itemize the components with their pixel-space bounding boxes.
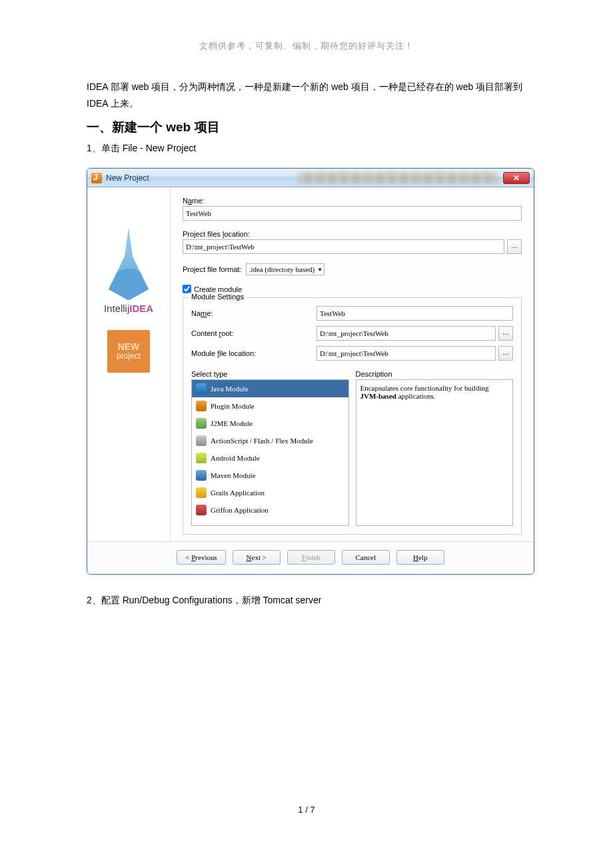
logo-text-prefix: Intellij	[104, 303, 129, 314]
project-files-location-input[interactable]	[183, 239, 504, 254]
intro-paragraph: IDEA 部署 web 项目，分为两种情况，一种是新建一个新的 web 项目，一…	[87, 79, 526, 112]
module-type-grails[interactable]: Grails Application	[192, 484, 348, 501]
module-type-plugin[interactable]: Plugin Module	[192, 397, 348, 415]
flex-module-icon	[196, 435, 207, 446]
module-settings-fieldset: Module Settings Name: Content root: …	[183, 297, 522, 535]
maven-module-icon	[196, 470, 207, 481]
heading-1: 一、新建一个 web 项目	[87, 119, 526, 136]
description-bold: JVM-based	[360, 392, 396, 400]
module-type-label: ActionScript / Flash / Flex Module	[211, 437, 313, 445]
griffon-module-icon	[196, 505, 207, 515]
description-header: Description	[356, 370, 514, 378]
module-settings-legend: Module Settings	[189, 293, 247, 301]
browse-location-button[interactable]: …	[507, 239, 522, 254]
titlebar-blur-decoration	[298, 172, 498, 184]
module-type-label: Java Module	[211, 385, 249, 393]
new-project-dialog: New Project ✕ IntellijIDEA NEW project	[87, 168, 534, 575]
chevron-down-icon: ▼	[317, 267, 322, 273]
module-file-location-input[interactable]	[316, 346, 496, 361]
new-project-badge: NEW project	[107, 330, 150, 373]
intellij-logo: IntellijIDEA	[95, 194, 162, 314]
module-name-label: Name:	[191, 309, 311, 317]
browse-module-file-button[interactable]: …	[498, 346, 513, 361]
dialog-title: New Project	[106, 173, 285, 183]
description-prefix: Encapsulates core functionality for buil…	[360, 384, 489, 392]
module-type-flex[interactable]: ActionScript / Flash / Flex Module	[192, 432, 348, 449]
project-file-format-label: Project file format:	[183, 265, 242, 273]
next-button[interactable]: Next >	[233, 550, 281, 565]
app-icon	[91, 173, 102, 183]
help-button[interactable]: Help	[396, 550, 444, 565]
module-type-label: J2ME Module	[211, 419, 253, 427]
module-type-label: Grails Application	[211, 489, 265, 497]
dialog-button-bar: < Previous Next > Finish Cancel Help	[87, 541, 534, 574]
browse-content-root-button[interactable]: …	[498, 326, 513, 341]
dialog-sidebar: IntellijIDEA NEW project	[87, 187, 171, 541]
grails-module-icon	[196, 487, 207, 498]
close-button[interactable]: ✕	[503, 172, 530, 184]
description-suffix: applications.	[396, 392, 436, 400]
dialog-titlebar: New Project ✕	[87, 169, 534, 187]
module-name-input[interactable]	[316, 306, 513, 321]
java-module-icon	[196, 383, 207, 394]
module-type-label: Griffon Application	[211, 506, 269, 514]
project-name-input[interactable]	[183, 206, 522, 221]
step-2-text: 2、配置 Run/Debug Configurations，新增 Tomcat …	[87, 595, 526, 607]
logo-text-bold: IDEA	[129, 303, 153, 314]
droplet-icon	[109, 227, 149, 300]
step-1-text: 1、单击 File - New Project	[87, 143, 526, 155]
module-type-label: Android Module	[211, 454, 260, 462]
project-file-format-combo[interactable]: .idea (directory based) ▼	[246, 263, 325, 275]
badge-line2: project	[117, 352, 141, 361]
badge-line1: NEW	[118, 342, 140, 352]
previous-button[interactable]: < Previous	[177, 550, 225, 565]
page-number: 1 / 7	[0, 805, 613, 815]
module-type-label: Maven Module	[211, 471, 256, 479]
finish-button: Finish	[287, 550, 335, 565]
select-type-header: Select type	[191, 370, 349, 378]
module-file-location-label: Module file location:	[191, 349, 311, 357]
content-root-input[interactable]	[316, 326, 496, 341]
name-label: Name:	[183, 197, 522, 205]
j2me-module-icon	[196, 418, 207, 429]
android-module-icon	[196, 453, 207, 463]
content-root-label: Content root:	[191, 329, 311, 337]
module-type-list[interactable]: Java ModulePlugin ModuleJ2ME ModuleActio…	[191, 379, 349, 526]
module-type-java[interactable]: Java Module	[192, 380, 348, 397]
module-type-griffon[interactable]: Griffon Application	[192, 501, 348, 519]
plugin-module-icon	[196, 401, 207, 411]
module-type-j2me[interactable]: J2ME Module	[192, 415, 348, 432]
cancel-button[interactable]: Cancel	[342, 550, 390, 565]
document-header-note: 文档供参考，可复制、编制，期待您的好评与关注！	[87, 40, 526, 52]
project-file-format-value: .idea (directory based)	[249, 265, 315, 273]
module-type-android[interactable]: Android Module	[192, 449, 348, 467]
project-files-location-label: Project files location:	[183, 230, 522, 238]
module-type-label: Plugin Module	[211, 402, 255, 410]
create-module-label: Create module	[194, 285, 242, 293]
module-type-maven[interactable]: Maven Module	[192, 467, 348, 484]
module-description: Encapsulates core functionality for buil…	[356, 379, 514, 526]
